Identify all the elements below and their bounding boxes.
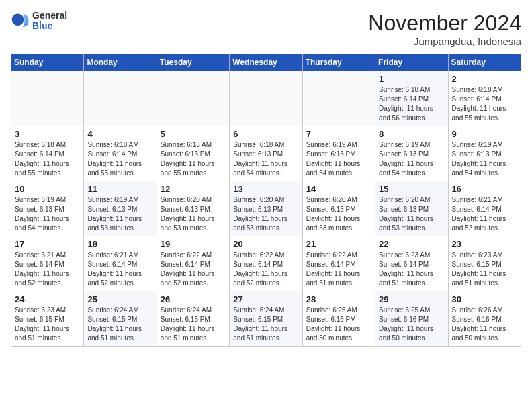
weekday-header-row: SundayMondayTuesdayWednesdayThursdayFrid… xyxy=(11,54,521,71)
calendar-table: SundayMondayTuesdayWednesdayThursdayFrid… xyxy=(11,54,521,347)
day-info: Sunrise: 6:21 AM Sunset: 6:14 PM Dayligh… xyxy=(15,250,80,288)
day-info: Sunrise: 6:21 AM Sunset: 6:14 PM Dayligh… xyxy=(87,250,152,288)
day-number: 15 xyxy=(379,184,444,194)
day-number: 4 xyxy=(87,129,152,139)
day-number: 22 xyxy=(379,239,444,249)
calendar-cell: 17Sunrise: 6:21 AM Sunset: 6:14 PM Dayli… xyxy=(11,236,84,291)
calendar-cell: 30Sunrise: 6:26 AM Sunset: 6:16 PM Dayli… xyxy=(448,291,521,347)
logo-icon xyxy=(11,11,30,30)
day-number: 29 xyxy=(379,294,444,304)
day-info: Sunrise: 6:19 AM Sunset: 6:13 PM Dayligh… xyxy=(306,140,371,178)
calendar-cell xyxy=(157,71,229,126)
day-number: 1 xyxy=(379,74,444,84)
day-info: Sunrise: 6:18 AM Sunset: 6:13 PM Dayligh… xyxy=(161,140,226,178)
weekday-header-thursday: Thursday xyxy=(302,54,375,71)
calendar-cell: 22Sunrise: 6:23 AM Sunset: 6:14 PM Dayli… xyxy=(375,236,448,291)
day-info: Sunrise: 6:18 AM Sunset: 6:14 PM Dayligh… xyxy=(15,140,80,178)
day-info: Sunrise: 6:23 AM Sunset: 6:15 PM Dayligh… xyxy=(452,250,517,288)
calendar-cell xyxy=(230,71,302,126)
weekday-header-tuesday: Tuesday xyxy=(157,54,229,71)
day-info: Sunrise: 6:19 AM Sunset: 6:13 PM Dayligh… xyxy=(452,140,517,178)
day-info: Sunrise: 6:22 AM Sunset: 6:14 PM Dayligh… xyxy=(161,250,226,288)
calendar-cell: 2Sunrise: 6:18 AM Sunset: 6:14 PM Daylig… xyxy=(448,71,521,126)
day-number: 26 xyxy=(161,294,226,304)
calendar-body: 1Sunrise: 6:18 AM Sunset: 6:14 PM Daylig… xyxy=(11,71,521,347)
calendar-cell: 7Sunrise: 6:19 AM Sunset: 6:13 PM Daylig… xyxy=(302,126,375,181)
day-number: 3 xyxy=(15,129,80,139)
day-info: Sunrise: 6:19 AM Sunset: 6:13 PM Dayligh… xyxy=(15,195,80,233)
calendar-header: SundayMondayTuesdayWednesdayThursdayFrid… xyxy=(11,54,521,71)
weekday-header-saturday: Saturday xyxy=(448,54,521,71)
calendar-cell: 1Sunrise: 6:18 AM Sunset: 6:14 PM Daylig… xyxy=(375,71,448,126)
day-number: 20 xyxy=(233,239,298,249)
day-number: 12 xyxy=(161,184,226,194)
day-info: Sunrise: 6:18 AM Sunset: 6:13 PM Dayligh… xyxy=(233,140,298,178)
day-info: Sunrise: 6:20 AM Sunset: 6:13 PM Dayligh… xyxy=(306,195,371,233)
calendar-cell: 29Sunrise: 6:25 AM Sunset: 6:16 PM Dayli… xyxy=(375,291,448,347)
calendar-cell: 6Sunrise: 6:18 AM Sunset: 6:13 PM Daylig… xyxy=(230,126,302,181)
day-number: 23 xyxy=(452,239,517,249)
day-info: Sunrise: 6:25 AM Sunset: 6:16 PM Dayligh… xyxy=(306,306,371,343)
calendar-cell: 27Sunrise: 6:24 AM Sunset: 6:15 PM Dayli… xyxy=(230,291,302,347)
day-number: 27 xyxy=(233,294,298,304)
calendar-cell xyxy=(302,71,375,126)
calendar-cell: 28Sunrise: 6:25 AM Sunset: 6:16 PM Dayli… xyxy=(302,291,375,347)
day-number: 2 xyxy=(452,74,517,84)
location-subtitle: Jumpangdua, Indonesia xyxy=(368,36,521,47)
logo-general: General xyxy=(32,11,67,21)
day-info: Sunrise: 6:20 AM Sunset: 6:13 PM Dayligh… xyxy=(379,195,444,233)
calendar-week-4: 17Sunrise: 6:21 AM Sunset: 6:14 PM Dayli… xyxy=(11,236,521,291)
calendar-cell: 11Sunrise: 6:19 AM Sunset: 6:13 PM Dayli… xyxy=(84,181,157,236)
weekday-header-friday: Friday xyxy=(375,54,448,71)
calendar-cell: 20Sunrise: 6:22 AM Sunset: 6:14 PM Dayli… xyxy=(230,236,302,291)
calendar-week-5: 24Sunrise: 6:23 AM Sunset: 6:15 PM Dayli… xyxy=(11,291,521,347)
calendar-week-2: 3Sunrise: 6:18 AM Sunset: 6:14 PM Daylig… xyxy=(11,126,521,181)
day-info: Sunrise: 6:24 AM Sunset: 6:15 PM Dayligh… xyxy=(87,306,152,343)
calendar-cell: 21Sunrise: 6:22 AM Sunset: 6:14 PM Dayli… xyxy=(302,236,375,291)
calendar-cell: 13Sunrise: 6:20 AM Sunset: 6:13 PM Dayli… xyxy=(230,181,302,236)
calendar-cell: 15Sunrise: 6:20 AM Sunset: 6:13 PM Dayli… xyxy=(375,181,448,236)
logo-blue: Blue xyxy=(32,21,67,31)
day-info: Sunrise: 6:18 AM Sunset: 6:14 PM Dayligh… xyxy=(87,140,152,178)
calendar-cell: 25Sunrise: 6:24 AM Sunset: 6:15 PM Dayli… xyxy=(84,291,157,347)
day-number: 24 xyxy=(15,294,80,304)
logo-text: General Blue xyxy=(32,11,67,32)
day-number: 17 xyxy=(15,239,80,249)
day-number: 14 xyxy=(306,184,371,194)
calendar-cell: 5Sunrise: 6:18 AM Sunset: 6:13 PM Daylig… xyxy=(157,126,229,181)
day-info: Sunrise: 6:23 AM Sunset: 6:14 PM Dayligh… xyxy=(379,250,444,288)
svg-point-0 xyxy=(12,14,24,26)
day-info: Sunrise: 6:24 AM Sunset: 6:15 PM Dayligh… xyxy=(161,306,226,343)
logo: General Blue xyxy=(11,11,67,32)
calendar-cell: 24Sunrise: 6:23 AM Sunset: 6:15 PM Dayli… xyxy=(11,291,84,347)
weekday-header-sunday: Sunday xyxy=(11,54,84,71)
calendar-week-1: 1Sunrise: 6:18 AM Sunset: 6:14 PM Daylig… xyxy=(11,71,521,126)
day-number: 19 xyxy=(161,239,226,249)
calendar-cell: 9Sunrise: 6:19 AM Sunset: 6:13 PM Daylig… xyxy=(448,126,521,181)
calendar-cell: 14Sunrise: 6:20 AM Sunset: 6:13 PM Dayli… xyxy=(302,181,375,236)
day-info: Sunrise: 6:23 AM Sunset: 6:15 PM Dayligh… xyxy=(15,306,80,343)
calendar-cell xyxy=(11,71,84,126)
day-number: 7 xyxy=(306,129,371,139)
month-title: November 2024 xyxy=(368,11,521,36)
calendar-cell: 10Sunrise: 6:19 AM Sunset: 6:13 PM Dayli… xyxy=(11,181,84,236)
day-number: 18 xyxy=(87,239,152,249)
calendar-cell: 26Sunrise: 6:24 AM Sunset: 6:15 PM Dayli… xyxy=(157,291,229,347)
calendar-cell: 18Sunrise: 6:21 AM Sunset: 6:14 PM Dayli… xyxy=(84,236,157,291)
day-info: Sunrise: 6:20 AM Sunset: 6:13 PM Dayligh… xyxy=(233,195,298,233)
title-block: November 2024 Jumpangdua, Indonesia xyxy=(368,11,521,47)
day-number: 5 xyxy=(161,129,226,139)
day-info: Sunrise: 6:22 AM Sunset: 6:14 PM Dayligh… xyxy=(306,250,371,288)
day-info: Sunrise: 6:22 AM Sunset: 6:14 PM Dayligh… xyxy=(233,250,298,288)
day-info: Sunrise: 6:18 AM Sunset: 6:14 PM Dayligh… xyxy=(379,85,444,123)
calendar-cell: 3Sunrise: 6:18 AM Sunset: 6:14 PM Daylig… xyxy=(11,126,84,181)
day-number: 25 xyxy=(87,294,152,304)
day-info: Sunrise: 6:19 AM Sunset: 6:13 PM Dayligh… xyxy=(87,195,152,233)
calendar-week-3: 10Sunrise: 6:19 AM Sunset: 6:13 PM Dayli… xyxy=(11,181,521,236)
weekday-header-wednesday: Wednesday xyxy=(230,54,302,71)
day-number: 9 xyxy=(452,129,517,139)
day-info: Sunrise: 6:24 AM Sunset: 6:15 PM Dayligh… xyxy=(233,306,298,343)
day-number: 16 xyxy=(452,184,517,194)
calendar-cell xyxy=(84,71,157,126)
day-info: Sunrise: 6:18 AM Sunset: 6:14 PM Dayligh… xyxy=(452,85,517,123)
